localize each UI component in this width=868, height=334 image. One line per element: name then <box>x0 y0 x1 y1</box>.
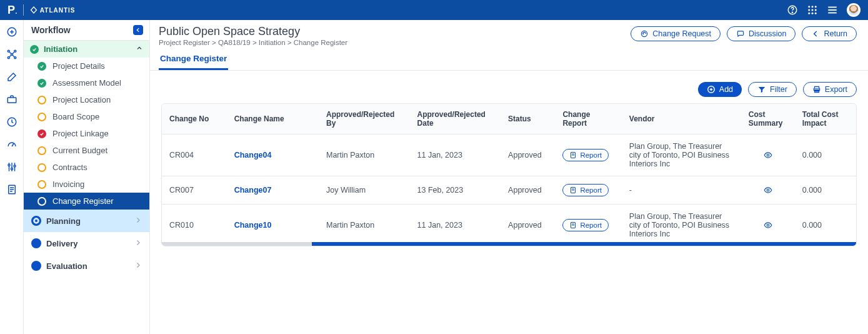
cell-vendor: Plan Group, The Treasurer city of Toront… <box>622 134 741 176</box>
subitem-assessment-model[interactable]: Assessment Model <box>24 74 149 91</box>
rail-briefcase-icon[interactable] <box>6 94 17 105</box>
svg-point-34 <box>14 165 16 167</box>
phase-label: Evaluation <box>46 261 87 271</box>
subitem-contracts[interactable]: Contracts <box>24 159 149 176</box>
phase-delivery[interactable]: Delivery <box>24 232 149 255</box>
rail-add-icon[interactable] <box>6 26 17 38</box>
cell-status: Approved <box>501 205 555 246</box>
product-logo[interactable]: P <box>7 4 17 17</box>
subitem-board-scope[interactable]: Board Scope <box>24 108 149 125</box>
subitem-label: Board Scope <box>52 112 99 121</box>
col-change-name[interactable]: Change Name <box>227 104 319 134</box>
report-button[interactable]: Report <box>562 149 609 161</box>
brand-name[interactable]: ATLANTIS <box>30 6 76 14</box>
apps-grid-icon[interactable] <box>807 4 818 16</box>
rail-edit-icon[interactable] <box>6 71 17 83</box>
phase-evaluation[interactable]: Evaluation <box>24 255 149 277</box>
cost-summary-view-icon[interactable] <box>749 221 787 230</box>
chevron-right-icon <box>134 216 142 226</box>
cell-status: Approved <box>501 134 555 176</box>
cell-approved-date: 11 Jan, 2023 <box>410 205 501 246</box>
col-approved-by[interactable]: Approved/Rejected By <box>319 104 410 134</box>
subitem-label: Contracts <box>52 163 87 172</box>
page-title: Public Open Space Strategy <box>159 25 621 38</box>
svg-point-19 <box>14 50 16 52</box>
subitem-label: Project Linkage <box>52 129 109 138</box>
topbar-brand: P ATLANTIS <box>7 4 76 17</box>
subitem-change-register[interactable]: Change Register <box>24 193 149 210</box>
rail-time-icon[interactable] <box>6 116 17 128</box>
col-total-cost-impact[interactable]: Total Cost Impact <box>795 104 856 134</box>
brand-divider <box>23 4 24 16</box>
export-button[interactable]: Export <box>803 82 857 97</box>
rail-sliders-icon[interactable] <box>6 161 17 173</box>
help-icon[interactable] <box>787 4 798 16</box>
menu-icon[interactable] <box>827 4 838 16</box>
col-change-no[interactable]: Change No <box>162 104 227 134</box>
cell-approved-date: 11 Jan, 2023 <box>410 134 501 176</box>
user-avatar[interactable] <box>847 3 861 17</box>
col-change-report[interactable]: Change Report <box>555 104 621 134</box>
change-name-link[interactable]: Change07 <box>234 186 272 195</box>
cell-total-cost-impact: 0.000 <box>795 176 856 205</box>
report-button[interactable]: Report <box>562 184 609 196</box>
phase-dot-icon <box>31 261 41 271</box>
phase-planning[interactable]: Planning <box>24 210 149 232</box>
chevron-up-icon <box>136 44 143 54</box>
subitem-project-linkage[interactable]: Project Linkage <box>24 125 149 142</box>
button-label: Change Request <box>652 29 711 38</box>
subitem-invoicing[interactable]: Invoicing <box>24 176 149 193</box>
rail-network-icon[interactable] <box>6 49 17 60</box>
cost-summary-view-icon[interactable] <box>749 151 787 159</box>
horizontal-scrollbar[interactable] <box>162 242 856 246</box>
cost-summary-view-icon[interactable] <box>749 186 787 195</box>
rail-doc-icon[interactable] <box>6 184 17 195</box>
rail-gauge-icon[interactable] <box>6 139 17 150</box>
col-approved-date[interactable]: Approved/Rejected Date <box>410 104 501 134</box>
button-label: Add <box>719 85 733 94</box>
status-error-icon <box>37 129 46 138</box>
main-content: Public Open Space Strategy Project Regis… <box>150 20 868 334</box>
change-register-table: Change No Change Name Approved/Rejected … <box>161 103 857 246</box>
status-pending-icon <box>37 163 46 172</box>
check-icon <box>37 79 46 88</box>
svg-point-50 <box>767 189 769 191</box>
filter-button[interactable]: Filter <box>748 82 797 97</box>
button-label: Export <box>825 85 847 94</box>
cell-approved-by: Martin Paxton <box>319 134 410 176</box>
discussion-button[interactable]: Discussion <box>727 26 796 41</box>
col-cost-summary[interactable]: Cost Summary <box>741 104 795 134</box>
button-label: Filter <box>770 85 787 94</box>
subitem-current-budget[interactable]: Current Budget <box>24 142 149 159</box>
tab-change-register[interactable]: Change Register <box>159 50 228 70</box>
subitem-project-details[interactable]: Project Details <box>24 58 149 74</box>
report-button[interactable]: Report <box>562 219 609 231</box>
button-label: Return <box>824 29 847 38</box>
change-request-button[interactable]: Change Request <box>631 26 721 41</box>
svg-point-1 <box>792 12 792 13</box>
svg-line-23 <box>12 52 14 53</box>
col-vendor[interactable]: Vendor <box>622 104 741 134</box>
phase-initiation-header[interactable]: Initiation <box>24 41 149 58</box>
cell-approved-by: Martin Paxton <box>319 205 410 246</box>
cell-total-cost-impact: 0.000 <box>795 205 856 246</box>
svg-point-17 <box>11 54 12 56</box>
status-pending-icon <box>37 96 46 104</box>
header-actions: Change Request Discussion Return <box>631 25 857 41</box>
subitem-label: Change Register <box>52 196 114 206</box>
subitem-project-location[interactable]: Project Location <box>24 91 149 108</box>
svg-point-18 <box>7 50 9 52</box>
change-name-link[interactable]: Change10 <box>234 221 272 230</box>
cell-approved-by: Joy William <box>319 176 410 205</box>
change-name-link[interactable]: Change04 <box>234 151 272 159</box>
col-status[interactable]: Status <box>501 104 555 134</box>
svg-point-6 <box>812 9 814 11</box>
svg-point-7 <box>815 9 817 11</box>
add-button[interactable]: Add <box>698 82 742 97</box>
subitem-label: Assessment Model <box>52 78 121 88</box>
svg-point-39 <box>642 31 647 36</box>
breadcrumb[interactable]: Project Register > QA818/19 > Initiation… <box>159 39 621 46</box>
return-button[interactable]: Return <box>802 26 857 41</box>
collapse-sidebar-button[interactable] <box>133 25 143 35</box>
svg-point-2 <box>808 6 810 8</box>
